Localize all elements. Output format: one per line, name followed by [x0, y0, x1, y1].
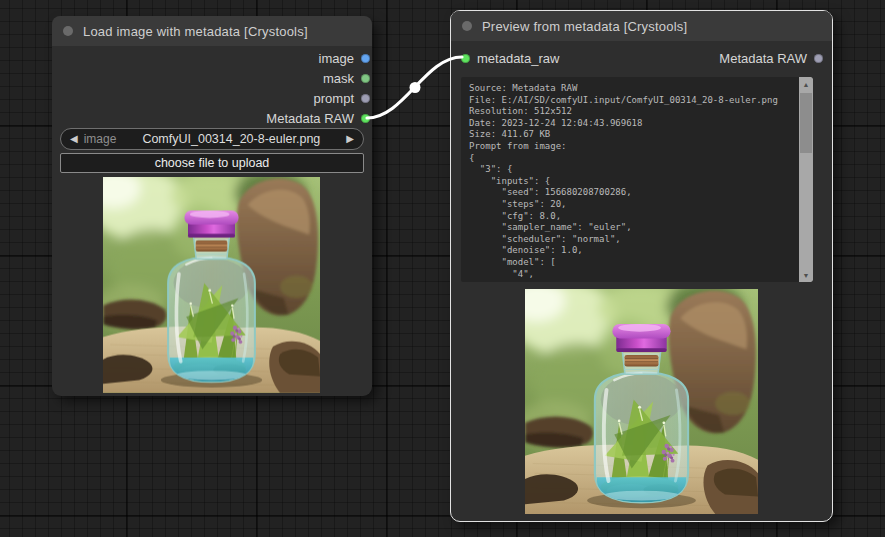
- output-slot-metadata-raw[interactable]: Metadata RAW: [719, 51, 823, 66]
- output-dot-image[interactable]: [361, 54, 370, 63]
- output-dot-metadata-raw[interactable]: [814, 54, 823, 63]
- io-row: metadata_raw Metadata RAW: [461, 48, 823, 68]
- metadata-image-preview: [525, 289, 758, 514]
- output-slot-prompt[interactable]: prompt: [314, 88, 371, 108]
- link-midpoint-dot[interactable]: [410, 82, 421, 93]
- preview-node-header[interactable]: Preview from metadata [Crystools]: [451, 11, 832, 41]
- collapse-dot-icon[interactable]: [63, 26, 73, 36]
- link-wire: [367, 57, 462, 118]
- load-node-header[interactable]: Load image with metadata [Crystools]: [52, 16, 372, 46]
- combo-left-arrow-icon[interactable]: ◀: [70, 134, 78, 144]
- output-label: Metadata RAW: [266, 111, 354, 126]
- image-combo-widget[interactable]: ◀ image ComfyUI_00314_20-8-euler.png ▶: [60, 128, 364, 150]
- scrollbar[interactable]: ▲ ▼: [799, 77, 813, 282]
- loaded-image-preview: [103, 177, 320, 393]
- scroll-up-icon[interactable]: ▲: [799, 77, 813, 91]
- preview-metadata-node[interactable]: Preview from metadata [Crystools] metada…: [450, 10, 833, 522]
- collapse-dot-icon[interactable]: [462, 21, 472, 31]
- combo-widget-label: image: [84, 132, 117, 146]
- metadata-text[interactable]: Source: Metadata RAW File: E:/AI/SD/comf…: [461, 77, 799, 282]
- metadata-textarea[interactable]: Source: Metadata RAW File: E:/AI/SD/comf…: [461, 77, 813, 282]
- output-slot-mask[interactable]: mask: [323, 68, 371, 88]
- input-label: metadata_raw: [477, 51, 559, 66]
- output-label: Metadata RAW: [719, 51, 807, 66]
- combo-right-arrow-icon[interactable]: ▶: [346, 134, 354, 144]
- scrollbar-thumb[interactable]: [800, 93, 812, 153]
- jar-image: [103, 177, 320, 393]
- node-title: Load image with metadata [Crystools]: [83, 24, 308, 39]
- output-label: prompt: [314, 91, 354, 106]
- jar-image: [525, 289, 758, 514]
- output-slot-image[interactable]: image: [319, 48, 371, 68]
- output-slot-metadata-raw[interactable]: Metadata RAW: [266, 108, 371, 128]
- node-title: Preview from metadata [Crystools]: [482, 19, 687, 34]
- choose-file-button[interactable]: choose file to upload: [60, 153, 364, 173]
- combo-widget-value: ComfyUI_00314_20-8-euler.png: [116, 132, 346, 146]
- node-graph-canvas[interactable]: Load image with metadata [Crystools] ima…: [0, 0, 885, 537]
- output-label: mask: [323, 71, 354, 86]
- output-dot-prompt[interactable]: [361, 94, 370, 103]
- output-dot-mask[interactable]: [361, 74, 370, 83]
- output-dot-metadata-raw[interactable]: [361, 114, 370, 123]
- input-slot-metadata-raw[interactable]: metadata_raw: [461, 51, 559, 66]
- output-label: image: [319, 51, 354, 66]
- load-image-node[interactable]: Load image with metadata [Crystools] ima…: [52, 16, 372, 396]
- scroll-down-icon[interactable]: ▼: [799, 268, 813, 282]
- input-dot-metadata-raw[interactable]: [461, 54, 470, 63]
